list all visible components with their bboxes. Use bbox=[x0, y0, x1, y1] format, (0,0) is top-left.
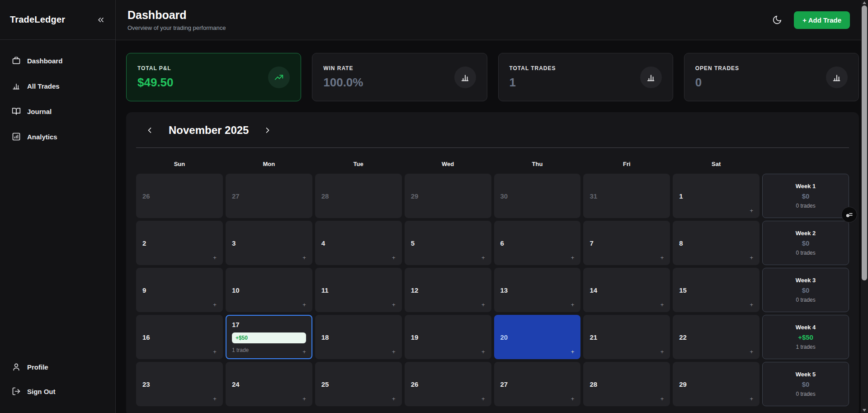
day-number: 17 bbox=[232, 321, 306, 328]
add-trade-plus-icon[interactable]: + bbox=[660, 348, 664, 355]
add-trade-plus-icon[interactable]: + bbox=[660, 301, 664, 308]
add-trade-plus-icon[interactable]: + bbox=[481, 395, 485, 402]
add-trade-plus-icon[interactable]: + bbox=[660, 395, 664, 402]
sidebar-item-sign-out[interactable]: Sign Out bbox=[5, 381, 110, 401]
stat-label: TOTAL TRADES bbox=[509, 65, 556, 71]
add-trade-plus-icon[interactable]: + bbox=[750, 348, 754, 355]
calendar-day-1[interactable]: 1+ bbox=[673, 174, 760, 218]
next-month-button[interactable] bbox=[261, 124, 274, 137]
calendar-day-28-outside[interactable]: 28 bbox=[315, 174, 402, 218]
add-trade-plus-icon[interactable]: + bbox=[302, 254, 306, 261]
stat-card-total-trades: TOTAL TRADES 1 bbox=[498, 53, 673, 101]
day-number: 8 bbox=[679, 239, 753, 247]
add-trade-plus-icon[interactable]: + bbox=[302, 395, 306, 402]
bar-chart-icon bbox=[454, 66, 476, 88]
calendar-day-17[interactable]: 17+$501 trade+ bbox=[226, 315, 312, 359]
sidebar-item-journal[interactable]: Journal bbox=[5, 101, 110, 121]
add-trade-plus-icon[interactable]: + bbox=[750, 254, 754, 261]
collapse-sidebar-button[interactable] bbox=[96, 15, 105, 24]
stat-value: 100.0% bbox=[323, 76, 363, 90]
calendar-day-14[interactable]: 14+ bbox=[583, 268, 670, 312]
add-trade-plus-icon[interactable]: + bbox=[750, 207, 754, 214]
sidebar-item-label: Analytics bbox=[27, 133, 57, 141]
calendar-day-29[interactable]: 29+ bbox=[673, 362, 760, 406]
trending-up-icon bbox=[268, 66, 290, 88]
add-trade-plus-icon[interactable]: + bbox=[392, 301, 396, 308]
scroll-up-arrow-icon[interactable] bbox=[863, 1, 866, 4]
calendar-day-7[interactable]: 7+ bbox=[583, 221, 670, 265]
sidebar-item-label: All Trades bbox=[27, 82, 60, 90]
calendar-day-16[interactable]: 16+ bbox=[136, 315, 223, 359]
sidebar-item-dashboard[interactable]: Dashboard bbox=[5, 51, 110, 71]
calendar-day-20[interactable]: 20+ bbox=[494, 315, 581, 359]
add-trade-plus-icon[interactable]: + bbox=[571, 395, 575, 402]
bar-chart-icon bbox=[640, 66, 662, 88]
calendar-day-15[interactable]: 15+ bbox=[673, 268, 760, 312]
theme-toggle-button[interactable] bbox=[772, 15, 782, 25]
day-pnl-badge: +$50 bbox=[232, 332, 306, 343]
scrollbar-thumb[interactable] bbox=[862, 5, 867, 280]
calendar-day-23[interactable]: 23+ bbox=[136, 362, 223, 406]
add-trade-plus-icon[interactable]: + bbox=[392, 348, 396, 355]
calendar-day-21[interactable]: 21+ bbox=[583, 315, 670, 359]
calendar-day-8[interactable]: 8+ bbox=[673, 221, 760, 265]
add-trade-plus-icon[interactable]: + bbox=[213, 395, 217, 402]
add-trade-plus-icon[interactable]: + bbox=[392, 395, 396, 402]
add-trade-plus-icon[interactable]: + bbox=[571, 254, 575, 261]
day-number: 16 bbox=[142, 333, 217, 341]
calendar-day-27[interactable]: 27+ bbox=[494, 362, 581, 406]
calendar-day-31-outside[interactable]: 31 bbox=[583, 174, 670, 218]
prev-month-button[interactable] bbox=[143, 124, 156, 137]
stat-card-total-pnl: TOTAL P&L $49.50 bbox=[126, 53, 301, 101]
calendar-day-27-outside[interactable]: 27 bbox=[226, 174, 312, 218]
chevrons-left-icon bbox=[96, 15, 105, 24]
day-trades-label: 1 trade bbox=[232, 347, 306, 353]
calendar-day-10[interactable]: 10+ bbox=[226, 268, 312, 312]
add-trade-plus-icon[interactable]: + bbox=[392, 254, 396, 261]
add-trade-plus-icon[interactable]: + bbox=[571, 301, 575, 308]
add-trade-button[interactable]: + Add Trade bbox=[794, 11, 850, 29]
add-trade-plus-icon[interactable]: + bbox=[302, 301, 306, 308]
scrollbar[interactable] bbox=[861, 0, 868, 413]
add-trade-plus-icon[interactable]: + bbox=[213, 254, 217, 261]
add-trade-plus-icon[interactable]: + bbox=[660, 254, 664, 261]
calendar-day-26[interactable]: 26+ bbox=[405, 362, 491, 406]
calendar-day-19[interactable]: 19+ bbox=[405, 315, 491, 359]
calendar-day-25[interactable]: 25+ bbox=[315, 362, 402, 406]
calendar-day-11[interactable]: 11+ bbox=[315, 268, 402, 312]
calendar-day-28[interactable]: 28+ bbox=[583, 362, 670, 406]
add-trade-plus-icon[interactable]: + bbox=[750, 395, 754, 402]
add-trade-plus-icon[interactable]: + bbox=[213, 348, 217, 355]
day-number: 20 bbox=[500, 333, 575, 341]
day-number: 5 bbox=[411, 239, 485, 247]
add-trade-plus-icon[interactable]: + bbox=[481, 254, 485, 261]
floating-widget-button[interactable] bbox=[841, 207, 857, 223]
calendar-day-18[interactable]: 18+ bbox=[315, 315, 402, 359]
week-summary-label: Week 1 bbox=[796, 183, 816, 190]
add-trade-plus-icon[interactable]: + bbox=[481, 301, 485, 308]
sidebar-item-all-trades[interactable]: All Trades bbox=[5, 76, 110, 96]
calendar-day-5[interactable]: 5+ bbox=[405, 221, 491, 265]
week-summary-card: Week 4+$501 trades bbox=[762, 315, 849, 359]
calendar-day-13[interactable]: 13+ bbox=[494, 268, 581, 312]
add-trade-plus-icon[interactable]: + bbox=[571, 348, 575, 355]
sidebar-item-profile[interactable]: Profile bbox=[5, 357, 110, 377]
calendar-day-22[interactable]: 22+ bbox=[673, 315, 760, 359]
calendar-day-9[interactable]: 9+ bbox=[136, 268, 223, 312]
add-trade-plus-icon[interactable]: + bbox=[302, 348, 306, 355]
calendar-day-4[interactable]: 4+ bbox=[315, 221, 402, 265]
add-trade-plus-icon[interactable]: + bbox=[213, 301, 217, 308]
calendar-day-3[interactable]: 3+ bbox=[226, 221, 312, 265]
calendar-day-26-outside[interactable]: 26 bbox=[136, 174, 223, 218]
calendar-day-6[interactable]: 6+ bbox=[494, 221, 581, 265]
calendar-day-29-outside[interactable]: 29 bbox=[405, 174, 491, 218]
add-trade-plus-icon[interactable]: + bbox=[481, 348, 485, 355]
scroll-down-arrow-icon[interactable] bbox=[863, 409, 866, 412]
calendar-day-30-outside[interactable]: 30 bbox=[494, 174, 581, 218]
calendar-day-2[interactable]: 2+ bbox=[136, 221, 223, 265]
weekday-spacer bbox=[762, 161, 849, 167]
calendar-day-12[interactable]: 12+ bbox=[405, 268, 491, 312]
sidebar-item-analytics[interactable]: Analytics bbox=[5, 127, 110, 147]
calendar-day-24[interactable]: 24+ bbox=[226, 362, 312, 406]
add-trade-plus-icon[interactable]: + bbox=[750, 301, 754, 308]
